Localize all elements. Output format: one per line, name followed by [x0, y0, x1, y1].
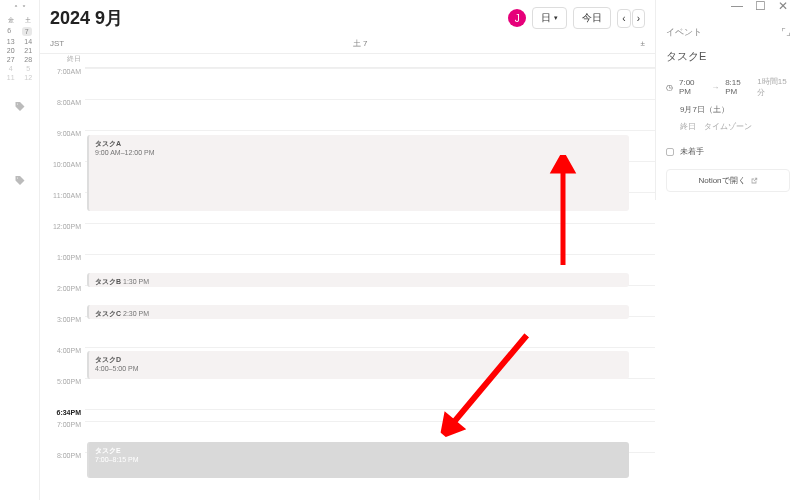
collapse-icon[interactable] [782, 28, 790, 38]
event-d[interactable]: タスクD4:00–5:00 PM [87, 351, 629, 379]
prev-button[interactable]: ‹ [617, 9, 630, 28]
day-header: 土 7 [85, 38, 635, 49]
duration: 1時間15分 [757, 76, 790, 98]
event-b[interactable]: タスクB 1:30 PM [87, 273, 629, 287]
chevron-down-icon[interactable]: ˅ [22, 4, 26, 13]
annotation-arrow-1 [548, 155, 578, 265]
window-min-icon[interactable]: — [731, 0, 743, 13]
clock-icon: ◷ [666, 83, 673, 92]
open-in-notion-button[interactable]: Notionで開く [666, 169, 790, 192]
tag-icon[interactable] [2, 101, 37, 115]
window-close-icon[interactable]: ✕ [778, 0, 788, 13]
day-grid[interactable]: タスクA9:00 AM–12:00 PM タスクB 1:30 PM タスクC 2… [85, 54, 655, 483]
end-time[interactable]: 8:15 PM [725, 78, 751, 96]
status-label[interactable]: 未着手 [680, 146, 704, 157]
now-indicator: 6:34PM [56, 409, 81, 416]
panel-heading: イベント [666, 26, 702, 39]
chevron-up-icon[interactable]: ˄ [14, 4, 18, 13]
next-button[interactable]: › [632, 9, 645, 28]
allday-toggle[interactable]: 終日 [680, 121, 696, 132]
tz-label: JST [50, 39, 85, 48]
tag-icon-2[interactable] [2, 175, 37, 189]
status-dot-icon [666, 148, 674, 156]
edge-icon: ± [635, 39, 645, 48]
avatar[interactable]: J [508, 9, 526, 27]
page-title: 2024 9月 [50, 6, 123, 30]
event-e-selected[interactable]: タスクE7:00–8:15 PM [87, 442, 629, 478]
event-date[interactable]: 9月7日（土） [680, 104, 790, 115]
start-time[interactable]: 7:00 PM [679, 78, 705, 96]
view-select[interactable]: 日▾ [532, 7, 567, 29]
event-detail-panel: — ☐ ✕ イベント タスクE ◷ 7:00 PM → 8:15 PM 1時間1… [655, 0, 800, 200]
timezone-button[interactable]: タイムゾーン [704, 121, 752, 132]
event-title[interactable]: タスクE [666, 49, 790, 64]
window-max-icon[interactable]: ☐ [755, 0, 766, 13]
mini-cal-day-selected[interactable]: 7 [22, 27, 32, 36]
today-button[interactable]: 今日 [573, 7, 611, 29]
event-c[interactable]: タスクC 2:30 PM [87, 305, 629, 319]
mini-calendar: ˄ ˅ 金土 67 1314 2021 2728 45 1112 [0, 0, 40, 500]
time-gutter: 終日 7:00AM 8:00AM 9:00AM 10:00AM 11:00AM … [40, 54, 85, 483]
